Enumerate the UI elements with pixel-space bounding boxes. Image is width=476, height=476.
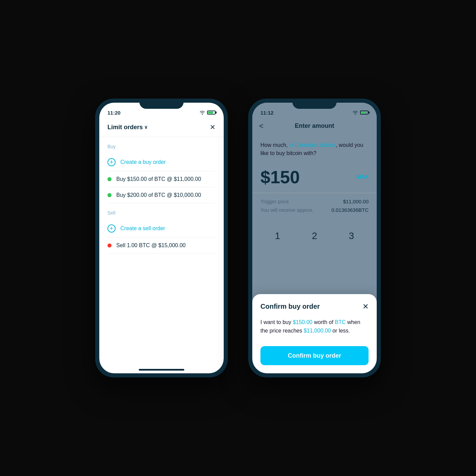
dot-red-1 <box>107 243 112 248</box>
buy-order-1-text: Buy $150.00 of BTC @ $11,000.00 <box>116 176 201 182</box>
amount-value: $150 <box>260 167 300 187</box>
wifi-icon-2 <box>353 111 358 115</box>
confirm-bottom-sheet: Confirm buy order ✕ I want to buy $150.0… <box>252 294 377 373</box>
buy-order-2[interactable]: Buy $200.00 of BTC @ $10,000.00 <box>107 187 216 203</box>
sheet-body-pre: I want to buy <box>260 319 293 325</box>
sheet-body: I want to buy $150.00 worth of BTC when … <box>260 318 369 335</box>
trigger-price-label: Trigger price <box>260 199 289 204</box>
sheet-body-price: $11,000.00 <box>304 328 331 334</box>
orders-content: Buy + Create a buy order Buy $150.00 of … <box>99 137 224 369</box>
sheet-close-button[interactable]: ✕ <box>362 302 369 311</box>
time-1: 11:20 <box>107 110 120 116</box>
enter-amount-header: < Enter amount <box>252 118 377 134</box>
numpad-key-3[interactable]: 3 <box>334 226 369 245</box>
nav-title-text: Limit orders <box>107 124 143 131</box>
trigger-price-value: $11,000.00 <box>343 199 369 204</box>
sell-order-1[interactable]: Sell 1.00 BTC @ $15,000.00 <box>107 238 216 254</box>
receive-value: 0.01363636BTC <box>332 207 369 213</box>
dot-green-2 <box>107 193 112 197</box>
chevron-down-icon: ∨ <box>144 124 148 130</box>
order-details: Trigger price $11,000.00 You will receiv… <box>252 193 377 221</box>
receive-row: You will receive approx. 0.01363636BTC <box>260 207 369 213</box>
create-buy-order-item[interactable]: + Create a buy order <box>107 153 216 171</box>
phone1: 11:20 Limit orders ∨ ✕ B <box>95 99 228 377</box>
buy-section-label: Buy <box>107 137 216 153</box>
trigger-price-row: Trigger price $11,000.00 <box>260 199 369 204</box>
notch1 <box>139 99 184 109</box>
sell-section-label: Sell <box>107 203 216 220</box>
status-icons-1 <box>200 111 216 115</box>
battery-fill-2 <box>361 112 365 114</box>
numpad-key-2[interactable]: 2 <box>298 226 332 245</box>
time-2: 11:12 <box>260 110 273 116</box>
create-sell-order-item[interactable]: + Create a sell order <box>107 220 216 238</box>
amount-description: How much, in Canadian dollars, would you… <box>252 134 377 162</box>
receive-label: You will receive approx. <box>260 207 314 213</box>
plus-circle-buy: + <box>107 158 116 166</box>
home-indicator-1 <box>139 369 184 371</box>
max-button[interactable]: MAX <box>356 174 369 180</box>
sheet-body-coin: BTC <box>335 319 346 325</box>
description-link[interactable]: in Canadian dollars <box>289 142 336 148</box>
back-button[interactable]: < <box>259 122 264 131</box>
nav-title-1: Limit orders ∨ <box>107 124 148 131</box>
notch2 <box>292 99 337 109</box>
plus-circle-sell: + <box>107 224 116 233</box>
wifi-icon-1 <box>200 111 205 115</box>
confirm-buy-button[interactable]: Confirm buy order <box>260 346 369 365</box>
buy-order-1[interactable]: Buy $150.00 of BTC @ $11,000.00 <box>107 171 216 187</box>
status-icons-2 <box>353 111 369 115</box>
sell-order-1-text: Sell 1.00 BTC @ $15,000.00 <box>116 242 186 249</box>
battery-icon-1 <box>207 111 216 115</box>
sheet-body-amount: $150.00 <box>293 319 312 325</box>
enter-amount-title: Enter amount <box>295 122 334 130</box>
close-button-1[interactable]: ✕ <box>210 123 216 131</box>
sheet-body-post: or less. <box>331 328 350 334</box>
battery-fill-1 <box>208 112 213 114</box>
battery-icon-2 <box>360 111 369 115</box>
buy-order-2-text: Buy $200.00 of BTC @ $10,000.00 <box>116 192 201 198</box>
phone2: 11:12 < Enter amount How much, in Canadi… <box>248 99 381 377</box>
sheet-header: Confirm buy order ✕ <box>260 302 369 311</box>
create-sell-label: Create a sell order <box>120 225 165 232</box>
description-pre: How much, <box>260 142 289 148</box>
numpad-key-1[interactable]: 1 <box>260 226 295 245</box>
create-buy-label: Create a buy order <box>120 159 166 165</box>
sheet-title: Confirm buy order <box>260 303 320 310</box>
amount-display: $150 MAX <box>252 162 377 193</box>
nav-header-1: Limit orders ∨ ✕ <box>99 118 224 137</box>
dot-green-1 <box>107 177 112 181</box>
sheet-body-mid: worth of <box>312 319 335 325</box>
